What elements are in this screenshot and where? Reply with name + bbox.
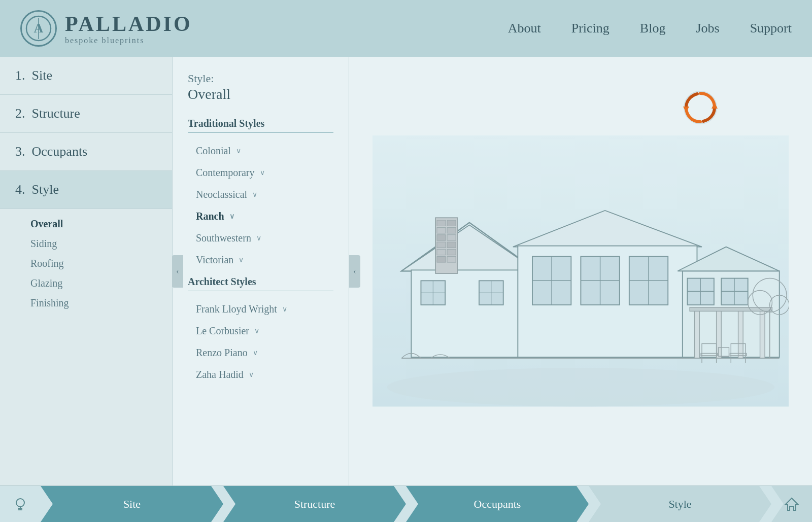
- collapse-right-arrow[interactable]: ‹: [349, 255, 360, 288]
- nav-support[interactable]: Support: [750, 21, 792, 36]
- svg-marker-72: [786, 498, 798, 510]
- sidebar-step-3[interactable]: 3. Occupants: [0, 133, 172, 171]
- nav-jobs[interactable]: Jobs: [696, 21, 719, 36]
- chevron-icon: ∨: [229, 212, 234, 221]
- collapse-left-arrow[interactable]: ‹: [172, 255, 183, 288]
- main-content: 1. Site 2. Structure 3. Occupants 4. Sty…: [0, 57, 812, 485]
- sidebar-step-2[interactable]: 2. Structure: [0, 95, 172, 133]
- subitem-glazing[interactable]: Glazing: [15, 273, 172, 293]
- svg-rect-17: [447, 235, 456, 240]
- svg-rect-45: [738, 310, 743, 358]
- svg-rect-46: [760, 310, 765, 358]
- style-label: Style:: [188, 72, 333, 85]
- subitem-roofing[interactable]: Roofing: [15, 254, 172, 273]
- middle-panel: ‹ Style: Overall Traditional Styles Colo…: [173, 57, 349, 485]
- subitem-finishing[interactable]: Finishing: [15, 293, 172, 313]
- logo-icon: A: [20, 10, 57, 47]
- logo-subtitle: bespoke blueprints: [65, 36, 192, 45]
- chevron-icon: ∨: [249, 370, 254, 379]
- footer: Site Structure Occupants Style: [0, 485, 812, 522]
- traditional-styles-header: Traditional Styles: [188, 118, 333, 133]
- style-le-corbusier[interactable]: Le Corbusier ∨: [188, 320, 333, 342]
- svg-rect-18: [437, 242, 446, 248]
- house-preview-panel: ‹: [349, 57, 812, 485]
- main-nav: About Pricing Blog Jobs Support: [508, 21, 792, 36]
- nav-blog[interactable]: Blog: [640, 21, 666, 36]
- architect-styles-header: Architect Styles: [188, 276, 333, 291]
- chevron-icon: ∨: [254, 327, 259, 335]
- nav-about[interactable]: About: [508, 21, 541, 36]
- style-renzo-piano[interactable]: Renzo Piano ∨: [188, 342, 333, 364]
- chevron-icon: ∨: [239, 256, 244, 264]
- header: A PALLADIO bespoke blueprints About Pric…: [0, 0, 812, 57]
- svg-rect-43: [694, 310, 699, 358]
- subitem-overall[interactable]: Overall: [15, 214, 172, 234]
- svg-rect-44: [716, 310, 721, 358]
- sidebar-step-4[interactable]: 4. Style: [0, 171, 172, 209]
- style-contemporary[interactable]: Contemporary ∨: [188, 162, 333, 184]
- lightbulb-icon: [12, 496, 28, 512]
- style-value: Overall: [188, 86, 333, 102]
- sidebar: 1. Site 2. Structure 3. Occupants 4. Sty…: [0, 57, 173, 485]
- svg-rect-12: [437, 220, 446, 226]
- footer-home-left[interactable]: [0, 486, 41, 522]
- sidebar-substeps: Overall Siding Roofing Glazing Finishing: [0, 209, 172, 318]
- style-neoclassical[interactable]: Neoclassical ∨: [188, 184, 333, 205]
- subitem-siding[interactable]: Siding: [15, 234, 172, 254]
- footer-step-site[interactable]: Site: [41, 486, 223, 522]
- svg-rect-13: [447, 220, 456, 226]
- footer-home-right[interactable]: [771, 486, 812, 522]
- svg-rect-19: [447, 242, 456, 248]
- svg-rect-20: [437, 250, 446, 255]
- svg-point-7: [387, 368, 774, 406]
- style-ranch[interactable]: Ranch ∨: [188, 205, 333, 227]
- chevron-icon: ∨: [252, 190, 257, 199]
- svg-rect-16: [437, 235, 446, 240]
- chevron-icon: ∨: [236, 147, 241, 155]
- style-zaha-hadid[interactable]: Zaha Hadid ∨: [188, 364, 333, 386]
- house-sketch: [373, 78, 789, 464]
- home-icon: [784, 496, 800, 512]
- chevron-icon: ∨: [256, 234, 261, 242]
- footer-step-occupants[interactable]: Occupants: [406, 486, 589, 522]
- svg-point-68: [16, 499, 24, 507]
- logo-area: A PALLADIO bespoke blueprints: [20, 10, 192, 47]
- footer-step-structure[interactable]: Structure: [223, 486, 406, 522]
- logo-title: PALLADIO: [65, 12, 192, 36]
- svg-rect-15: [447, 228, 456, 233]
- svg-rect-23: [447, 257, 456, 262]
- chevron-icon: ∨: [282, 305, 287, 314]
- style-frank-lloyd-wright[interactable]: Frank Lloyd Wright ∨: [188, 298, 333, 320]
- style-victorian[interactable]: Victorian ∨: [188, 249, 333, 271]
- style-colonial[interactable]: Colonial ∨: [188, 140, 333, 162]
- nav-pricing[interactable]: Pricing: [571, 21, 610, 36]
- svg-rect-14: [437, 228, 446, 233]
- logo-text: PALLADIO bespoke blueprints: [65, 12, 192, 45]
- sidebar-step-1[interactable]: 1. Site: [0, 57, 172, 95]
- svg-rect-22: [437, 257, 446, 262]
- style-southwestern[interactable]: Southwestern ∨: [188, 227, 333, 249]
- chevron-icon: ∨: [253, 349, 258, 357]
- chevron-icon: ∨: [260, 168, 265, 177]
- footer-step-style[interactable]: Style: [589, 486, 771, 522]
- svg-rect-21: [447, 250, 456, 255]
